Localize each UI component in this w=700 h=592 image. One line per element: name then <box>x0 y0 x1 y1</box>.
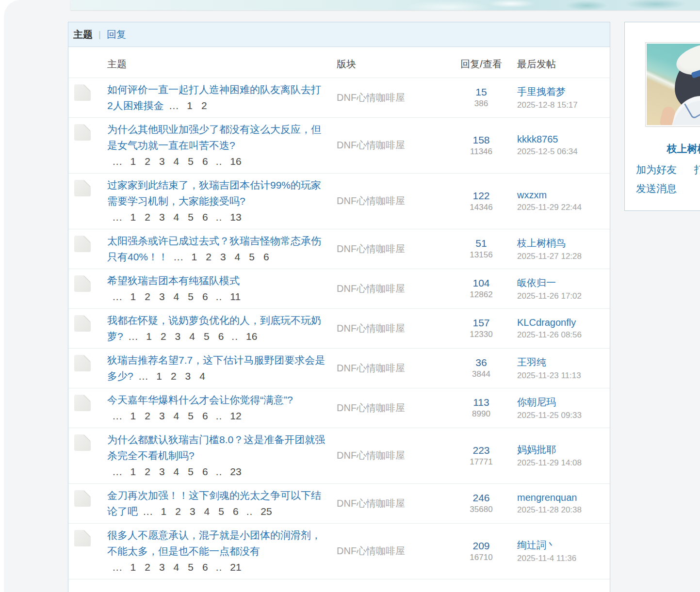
reply-count[interactable]: 122 <box>472 190 489 202</box>
reply-count[interactable]: 246 <box>472 492 489 504</box>
send-message-link[interactable]: 发送消息 <box>636 179 700 198</box>
page-number-link[interactable]: 2 <box>175 503 181 519</box>
reply-count[interactable]: 104 <box>472 277 489 289</box>
page-number-link[interactable]: 3 <box>190 503 195 519</box>
page-number-link[interactable]: 16 <box>230 153 241 169</box>
last-poster-link[interactable]: 王羽纯 <box>517 356 581 369</box>
last-poster-link[interactable]: KLCdragonfly <box>517 317 582 328</box>
profile-avatar[interactable] <box>645 42 700 127</box>
page-number-link[interactable]: 1 <box>146 328 152 344</box>
page-number-link[interactable]: 25 <box>260 503 272 519</box>
page-number-link[interactable]: 4 <box>174 209 179 225</box>
last-poster-link[interactable]: 妈妈批耶 <box>517 443 582 456</box>
forum-link[interactable]: DNF心情咖啡屋 <box>337 544 405 558</box>
forum-link[interactable]: DNF心情咖啡屋 <box>337 497 405 510</box>
tab-replies[interactable]: 回复 <box>107 28 126 41</box>
page-number-link[interactable]: 3 <box>220 249 226 265</box>
page-number-link[interactable]: 4 <box>174 288 179 304</box>
page-number-link[interactable]: 5 <box>188 559 194 575</box>
reply-count[interactable]: 209 <box>472 540 489 552</box>
page-number-link[interactable]: 6 <box>202 209 208 225</box>
page-number-link[interactable]: 4 <box>199 368 205 384</box>
last-poster-link[interactable]: 你朝尼玛 <box>517 396 582 409</box>
page-number-link[interactable]: 1 <box>130 209 136 225</box>
page-number-link[interactable]: 23 <box>230 464 241 480</box>
page-number-link[interactable]: 3 <box>159 209 165 225</box>
page-number-link[interactable]: 3 <box>159 559 165 575</box>
forum-link[interactable]: DNF心情咖啡屋 <box>337 362 405 375</box>
forum-link[interactable]: DNF心情咖啡屋 <box>337 91 405 104</box>
forum-link[interactable]: DNF心情咖啡屋 <box>337 194 405 208</box>
page-number-link[interactable]: 5 <box>188 153 194 169</box>
page-number-link[interactable]: 1 <box>187 97 193 113</box>
page-number-link[interactable]: 1 <box>192 249 197 265</box>
forum-link[interactable]: DNF心情咖啡屋 <box>337 242 405 256</box>
forum-link[interactable]: DNF心情咖啡屋 <box>337 282 405 295</box>
forum-link[interactable]: DNF心情咖啡屋 <box>337 401 405 415</box>
page-number-link[interactable]: 2 <box>201 97 207 113</box>
page-number-link[interactable]: 1 <box>156 368 162 384</box>
page-number-link[interactable]: 1 <box>130 464 136 480</box>
reply-count[interactable]: 113 <box>473 397 489 408</box>
page-number-link[interactable]: 1 <box>130 153 136 169</box>
page-number-link[interactable]: 4 <box>174 408 179 424</box>
page-number-link[interactable]: 5 <box>218 503 224 519</box>
page-number-link[interactable]: 1 <box>130 408 136 424</box>
last-poster-link[interactable]: 绚辻詞丶 <box>517 539 576 552</box>
page-number-link[interactable]: 6 <box>202 153 208 169</box>
thread-title-link[interactable]: 今天嘉年华爆料什么才会让你觉得“满意”? <box>107 394 293 405</box>
page-number-link[interactable]: 4 <box>235 249 241 265</box>
thread-title-link[interactable]: 为什么都默认狄瑞吉门槛8.0？这是准备开团就强杀完全不看机制吗? <box>107 434 325 461</box>
page-number-link[interactable]: 12 <box>230 408 241 424</box>
page-number-link[interactable]: 2 <box>145 288 150 304</box>
page-number-link[interactable]: 11 <box>230 288 241 304</box>
page-number-link[interactable]: 16 <box>246 328 257 344</box>
page-number-link[interactable]: 4 <box>174 464 179 480</box>
thread-title-link[interactable]: 很多人不愿意承认，混子就是小团体的润滑剂，不能太多，但是也不能一点都没有 <box>107 529 321 557</box>
thread-title-link[interactable]: 如何评价一直一起打人造神困难的队友离队去打2人困难摸金 <box>107 84 321 111</box>
greet-link[interactable]: 打招呼 <box>694 164 700 175</box>
page-number-link[interactable]: 6 <box>202 559 208 575</box>
page-number-link[interactable]: 2 <box>145 209 150 225</box>
thread-title-link[interactable]: 为什么其他职业加强少了都没有这么大反应，但是女气功就一直在叫苦不迭? <box>107 124 321 151</box>
reply-count[interactable]: 158 <box>472 134 489 146</box>
page-number-link[interactable]: 4 <box>204 503 210 519</box>
page-number-link[interactable]: 2 <box>161 328 166 344</box>
page-number-link[interactable]: 1 <box>130 559 136 575</box>
tab-subject[interactable]: 主题 <box>73 28 93 41</box>
page-number-link[interactable]: 3 <box>159 408 165 424</box>
last-poster-link[interactable]: kkkk8765 <box>517 134 578 145</box>
page-number-link[interactable]: 3 <box>159 288 165 304</box>
forum-link[interactable]: DNF心情咖啡屋 <box>337 449 405 462</box>
page-number-link[interactable]: 13 <box>230 209 241 225</box>
last-poster-link[interactable]: 枝上树梢鸟 <box>517 237 582 250</box>
page-number-link[interactable]: 2 <box>171 368 177 384</box>
reply-count[interactable]: 36 <box>475 357 487 368</box>
page-number-link[interactable]: 3 <box>175 328 181 344</box>
page-number-link[interactable]: 2 <box>145 559 150 575</box>
page-number-link[interactable]: 6 <box>263 249 269 265</box>
thread-title-link[interactable]: 过家家到此结束了，狄瑞吉团本估计99%的玩家需要学习机制，大家能接受吗? <box>107 179 321 207</box>
last-poster-link[interactable]: mengrenquan <box>517 492 582 503</box>
page-number-link[interactable]: 2 <box>145 464 150 480</box>
forum-link[interactable]: DNF心情咖啡屋 <box>337 322 405 335</box>
page-number-link[interactable]: 3 <box>159 464 165 480</box>
page-number-link[interactable]: 5 <box>188 209 194 225</box>
page-number-link[interactable]: 2 <box>145 153 150 169</box>
add-friend-link[interactable]: 加为好友 <box>636 164 677 175</box>
reply-count[interactable]: 15 <box>475 86 487 98</box>
page-number-link[interactable]: 6 <box>218 328 224 344</box>
page-number-link[interactable]: 6 <box>202 464 208 480</box>
page-number-link[interactable]: 5 <box>249 249 255 265</box>
page-number-link[interactable]: 2 <box>206 249 212 265</box>
forum-link[interactable]: DNF心情咖啡屋 <box>337 139 405 152</box>
page-number-link[interactable]: 5 <box>188 408 194 424</box>
last-poster-link[interactable]: 皈依归一 <box>517 276 582 289</box>
page-number-link[interactable]: 5 <box>188 464 194 480</box>
reply-count[interactable]: 51 <box>475 238 487 249</box>
thread-title-link[interactable]: 希望狄瑞吉团本有纯猛队模式 <box>107 275 240 286</box>
page-number-link[interactable]: 4 <box>174 153 179 169</box>
page-number-link[interactable]: 5 <box>204 328 210 344</box>
page-number-link[interactable]: 2 <box>145 408 150 424</box>
reply-count[interactable]: 157 <box>472 317 489 329</box>
